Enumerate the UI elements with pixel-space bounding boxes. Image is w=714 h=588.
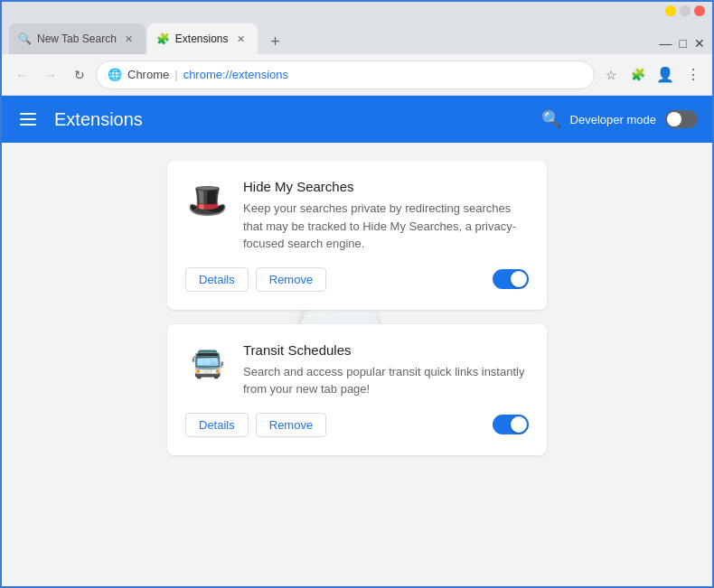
extensions-page-title: Extensions bbox=[54, 109, 143, 130]
minimize-button[interactable] bbox=[665, 5, 676, 16]
ext-details-button-1[interactable]: Details bbox=[185, 267, 249, 292]
tab-search-icon: 🔍 bbox=[18, 33, 32, 45]
menu-button[interactable]: ⋮ bbox=[680, 62, 705, 88]
ext-toggle-2[interactable] bbox=[493, 415, 529, 434]
extension-card-hide-my-searches: 🎩 Hide My Searches Keep your searches pr… bbox=[167, 161, 547, 310]
ext-name-1: Hide My Searches bbox=[243, 179, 529, 194]
search-icon[interactable]: 🔍 bbox=[541, 109, 561, 129]
tab-new-tab-search-close[interactable]: ✕ bbox=[122, 32, 136, 46]
nav-right: ☆ 🧩 👤 ⋮ bbox=[598, 62, 705, 88]
tab-new-tab-search-title: New Tab Search bbox=[37, 33, 117, 45]
new-tab-button[interactable]: + bbox=[263, 29, 288, 54]
ext-info-1: Hide My Searches Keep your searches priv… bbox=[243, 179, 529, 253]
bookmark-button[interactable]: ☆ bbox=[598, 62, 624, 88]
ext-icon-transit-schedules: 🚍 bbox=[185, 342, 229, 386]
hamburger-line-2 bbox=[20, 118, 36, 120]
address-separator: | bbox=[174, 68, 177, 81]
ext-toggle-knob-1 bbox=[511, 271, 527, 287]
browser-window: 🔍 New Tab Search ✕ 🧩 Extensions ✕ + — □ … bbox=[0, 0, 714, 588]
tab-bar: 🔍 New Tab Search ✕ 🧩 Extensions ✕ + — □ … bbox=[2, 16, 712, 54]
tab-extensions-title: Extensions bbox=[175, 33, 229, 45]
ext-remove-button-2[interactable]: Remove bbox=[256, 413, 326, 437]
forward-button[interactable]: → bbox=[38, 62, 63, 88]
tab-extensions-icon: 🧩 bbox=[156, 33, 170, 45]
address-bar[interactable]: 🌐 Chrome | chrome://extensions bbox=[96, 61, 595, 89]
profile-button[interactable]: 👤 bbox=[653, 62, 678, 88]
ext-icon-hide-my-searches: 🎩 bbox=[185, 179, 229, 222]
close-button[interactable] bbox=[694, 5, 705, 16]
ext-card-footer-1: Details Remove bbox=[185, 267, 529, 292]
dev-mode-label: Developer mode bbox=[570, 113, 656, 126]
tab-extensions[interactable]: 🧩 Extensions ✕ bbox=[147, 23, 258, 54]
ext-desc-2: Search and access popular transit quick … bbox=[243, 363, 529, 398]
ext-desc-1: Keep your searches private by redirectin… bbox=[243, 200, 529, 253]
extensions-header: Extensions 🔍 Developer mode bbox=[2, 96, 712, 143]
tab-new-tab-search[interactable]: 🔍 New Tab Search ✕ bbox=[9, 23, 146, 54]
extensions-header-right: 🔍 Developer mode bbox=[541, 109, 698, 129]
ext-card-footer-2: Details Remove bbox=[185, 413, 529, 437]
ext-card-header-2: 🚍 Transit Schedules Search and access po… bbox=[185, 342, 529, 398]
window-minimize-button[interactable]: — bbox=[660, 36, 672, 51]
globe-icon: 🌐 bbox=[108, 68, 122, 81]
ext-details-button-2[interactable]: Details bbox=[185, 413, 249, 437]
toggle-knob bbox=[667, 112, 681, 126]
main-content: 🔍 RISEOM 🎩 Hide My Searches Keep your se… bbox=[2, 143, 712, 586]
ext-info-2: Transit Schedules Search and access popu… bbox=[243, 342, 529, 398]
hamburger-line-3 bbox=[20, 124, 36, 126]
hamburger-line-1 bbox=[20, 113, 36, 115]
ext-toggle-1[interactable] bbox=[493, 269, 529, 289]
back-button[interactable]: ← bbox=[9, 62, 34, 88]
address-url: chrome://extensions bbox=[183, 68, 288, 81]
nav-bar: ← → ↻ 🌐 Chrome | chrome://extensions ☆ 🧩… bbox=[2, 54, 712, 96]
maximize-button[interactable] bbox=[680, 5, 691, 16]
ext-remove-button-1[interactable]: Remove bbox=[256, 267, 326, 292]
reload-button[interactable]: ↻ bbox=[67, 62, 92, 88]
extension-card-transit-schedules: 🚍 Transit Schedules Search and access po… bbox=[167, 324, 547, 455]
ext-card-header-1: 🎩 Hide My Searches Keep your searches pr… bbox=[185, 179, 529, 253]
ext-toggle-knob-2 bbox=[511, 416, 527, 433]
extensions-button[interactable]: 🧩 bbox=[625, 62, 651, 88]
address-site: Chrome bbox=[127, 68, 169, 81]
hamburger-menu[interactable] bbox=[16, 109, 40, 129]
window-maximize-button[interactable]: □ bbox=[680, 36, 687, 51]
window-close-button[interactable]: ✕ bbox=[694, 36, 705, 51]
ext-name-2: Transit Schedules bbox=[243, 342, 529, 358]
tab-extensions-close[interactable]: ✕ bbox=[234, 32, 249, 46]
dev-mode-toggle[interactable] bbox=[665, 110, 698, 128]
